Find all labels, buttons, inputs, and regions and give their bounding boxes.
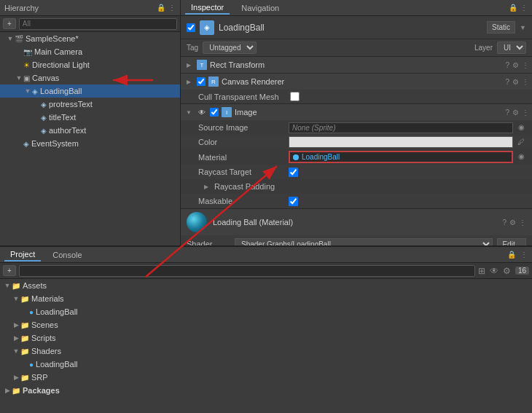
help-icon-img[interactable]: ? — [505, 109, 509, 117]
hierarchy-panel: Hierarchy 🔒 ⋮ + ▼ 🎬 SampleScene* 📷 — [0, 0, 181, 245]
tree-item-shaders[interactable]: ▼ 📁 Shaders — [0, 345, 532, 358]
tree-item-loadingball[interactable]: ▼ ◈ LoadingBall — [0, 84, 180, 98]
material-label: Material — [198, 153, 286, 162]
object-header: ◈ Static ▼ — [181, 16, 532, 39]
menu-icon-img[interactable]: ⋮ — [522, 109, 529, 117]
settings-icon-img[interactable]: ⚙ — [512, 109, 519, 117]
settings-icon-mat[interactable]: ⚙ — [509, 219, 516, 227]
tree-item-loadingball-shader[interactable]: ● LoadingBall — [0, 358, 532, 371]
tree-item-loadingball-mat[interactable]: ● LoadingBall — [0, 305, 532, 318]
hierarchy-search-input[interactable] — [19, 18, 177, 30]
shader-dropdown[interactable]: Shader Graphs/LoadingBall — [235, 238, 493, 246]
project-icon-1[interactable]: ⊞ — [478, 266, 485, 276]
object-active-checkbox[interactable] — [187, 23, 195, 32]
tree-item-authortext[interactable]: ◈ authorText — [0, 124, 180, 137]
canvas-renderer-checkbox[interactable] — [197, 77, 206, 86]
hierarchy-toolbar: + — [0, 16, 180, 32]
component-rect-transform: ▶ T Rect Transform ? ⚙ ⋮ — [181, 57, 532, 74]
tag-label: Tag — [187, 44, 198, 52]
object-name-field[interactable] — [219, 23, 482, 33]
tree-item-scenes[interactable]: ▶ 📁 Scenes — [0, 318, 532, 331]
project-icon-3[interactable]: ⚙ — [503, 266, 511, 276]
color-eyedropper-icon[interactable]: 🖊 — [516, 136, 526, 146]
tree-item-scripts[interactable]: ▶ 📁 Scripts — [0, 331, 532, 345]
component-material: Loading Ball (Material) ? ⚙ ⋮ Shader Sha… — [181, 209, 532, 245]
scenes-folder-icon: 📁 — [20, 321, 29, 329]
tree-item-materials[interactable]: ▼ 📁 Materials — [0, 292, 532, 305]
material-select-icon[interactable]: ◉ — [516, 151, 526, 161]
gameobj-icon-eventsystem: ◈ — [23, 140, 29, 148]
static-button[interactable]: Static — [487, 21, 515, 34]
materials-expand-arrow: ▼ — [12, 295, 20, 302]
tree-item-packages[interactable]: ▶ 📁 Packages — [0, 384, 532, 397]
tab-console[interactable]: Console — [47, 249, 87, 261]
canvas-renderer-expand-icon: ▶ — [184, 76, 194, 87]
gameobj-icon-loadingball: ◈ — [32, 87, 38, 95]
raycast-target-row: Raycast Target — [181, 165, 532, 179]
tree-label-authortext: authorText — [49, 126, 86, 135]
menu-icon-cr[interactable]: ⋮ — [522, 78, 529, 86]
static-dropdown-arrow[interactable]: ▼ — [520, 24, 526, 31]
material-field[interactable]: LoadingBall — [289, 151, 513, 163]
expand-arrow-samplescene: ▼ — [6, 35, 15, 42]
tag-dropdown[interactable]: Untagged — [203, 42, 257, 54]
tree-label-srp: SRP — [31, 373, 48, 382]
inspector-panel: Inspector Navigation 🔒 ⋮ ◈ Static ▼ Tag … — [181, 0, 532, 245]
project-icon-2[interactable]: 👁 — [490, 266, 498, 276]
image-checkbox[interactable] — [210, 108, 219, 117]
help-icon[interactable]: ? — [505, 61, 509, 69]
expand-arrow-loadingball: ▼ — [23, 87, 32, 95]
component-image-header[interactable]: ▼ 👁 I Image ? ⚙ ⋮ — [181, 104, 532, 120]
tree-label-scripts: Scripts — [31, 334, 56, 342]
source-image-select-icon[interactable]: ◉ — [516, 122, 526, 133]
tab-project[interactable]: Project — [4, 248, 41, 261]
srp-folder-icon: 📁 — [20, 374, 29, 382]
tree-item-samplescene[interactable]: ▼ 🎬 SampleScene* — [0, 32, 180, 45]
tree-item-titletext[interactable]: ◈ titleText — [0, 111, 180, 124]
scenes-expand-arrow: ▶ — [12, 321, 20, 329]
tab-navigation[interactable]: Navigation — [235, 2, 285, 14]
tree-item-protresstext[interactable]: ◈ protressText — [0, 98, 180, 111]
project-count-badge: 16 — [515, 267, 529, 275]
hierarchy-add-button[interactable]: + — [3, 18, 16, 29]
tree-label-directionallight: Directional Light — [32, 60, 90, 69]
tree-label-maincamera: Main Camera — [34, 47, 82, 56]
help-icon-cr[interactable]: ? — [505, 78, 509, 86]
layer-dropdown[interactable]: UI — [497, 42, 526, 54]
project-lock-icon: 🔒 — [507, 251, 516, 259]
raycast-target-checkbox[interactable] — [289, 168, 298, 177]
tree-label-assets: Assets — [23, 281, 47, 290]
bottom-toolbar: + ⊞ 👁 ⚙ 16 — [0, 263, 532, 279]
shader-edit-button[interactable]: Edit... — [497, 238, 526, 246]
canvas-renderer-actions: ? ⚙ ⋮ — [505, 78, 529, 86]
tree-item-maincamera[interactable]: 📷 Main Camera — [0, 45, 180, 58]
canvas-icon: ▣ — [23, 74, 30, 82]
help-icon-mat[interactable]: ? — [502, 219, 506, 227]
shader-row: Shader Shader Graphs/LoadingBall Edit... — [181, 235, 532, 245]
component-canvas-renderer-header[interactable]: ▶ R Canvas Renderer ? ⚙ ⋮ — [181, 74, 532, 90]
tree-item-assets[interactable]: ▼ 📁 Assets — [0, 279, 532, 292]
material-actions: ? ⚙ ⋮ — [502, 219, 526, 227]
color-field[interactable] — [289, 136, 513, 148]
tree-item-eventsystem[interactable]: ◈ EventSystem — [0, 137, 180, 150]
cull-checkbox[interactable] — [290, 92, 300, 101]
source-image-field[interactable]: None (Sprite) — [289, 122, 513, 133]
maskable-checkbox[interactable] — [289, 197, 298, 206]
tree-label-loadingball: LoadingBall — [40, 87, 82, 95]
project-search-input[interactable] — [19, 265, 475, 277]
tree-item-srp[interactable]: ▶ 📁 SRP — [0, 371, 532, 384]
packages-expand-arrow: ▶ — [3, 387, 12, 394]
settings-icon[interactable]: ⚙ — [512, 61, 519, 69]
eye-icon: 👁 — [197, 107, 207, 117]
shader-material-icon: ● — [29, 361, 34, 369]
project-add-button[interactable]: + — [3, 265, 16, 276]
settings-icon-cr[interactable]: ⚙ — [512, 78, 519, 86]
tree-item-canvas[interactable]: ▼ ▣ Canvas — [0, 71, 180, 84]
object-icon: ◈ — [200, 20, 214, 35]
menu-icon[interactable]: ⋮ — [522, 61, 529, 69]
component-rect-transform-header[interactable]: ▶ T Rect Transform ? ⚙ ⋮ — [181, 57, 532, 73]
tree-item-directionallight[interactable]: ☀ Directional Light — [0, 58, 180, 71]
light-icon: ☀ — [23, 61, 30, 69]
tab-inspector[interactable]: Inspector — [185, 1, 230, 15]
menu-icon-mat[interactable]: ⋮ — [519, 219, 526, 227]
